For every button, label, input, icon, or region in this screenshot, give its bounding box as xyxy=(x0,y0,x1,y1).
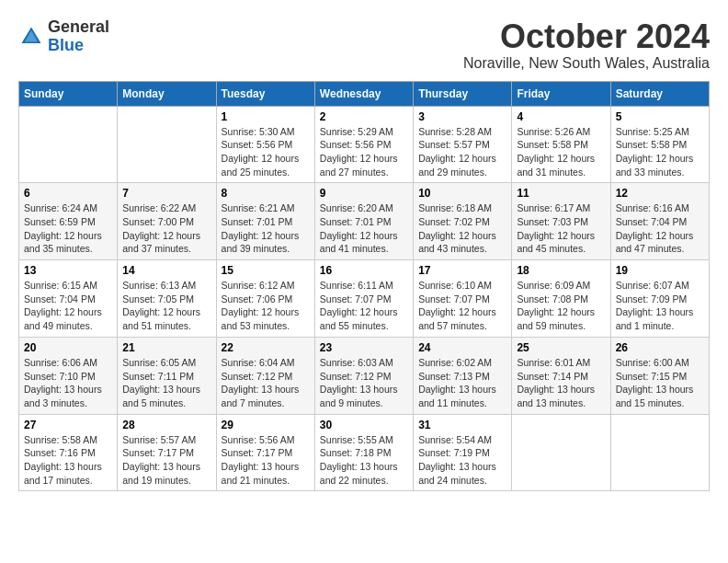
day-number: 6 xyxy=(24,187,112,200)
day-number: 22 xyxy=(222,341,310,354)
cell-content: Sunrise: 6:12 AMSunset: 7:06 PMDaylight:… xyxy=(222,279,310,333)
cell-content: Sunrise: 6:13 AMSunset: 7:05 PMDaylight:… xyxy=(122,279,210,333)
day-number: 24 xyxy=(418,341,506,354)
calendar-cell xyxy=(19,106,118,183)
cell-content: Sunrise: 5:57 AMSunset: 7:17 PMDaylight:… xyxy=(122,433,210,488)
calendar-cell: 30Sunrise: 5:55 AMSunset: 7:18 PMDayligh… xyxy=(314,414,413,491)
calendar-cell: 6Sunrise: 6:24 AMSunset: 6:59 PMDaylight… xyxy=(19,183,118,260)
day-number: 21 xyxy=(122,341,210,354)
calendar-cell xyxy=(610,414,709,491)
calendar-week-row: 6Sunrise: 6:24 AMSunset: 6:59 PMDaylight… xyxy=(19,183,710,260)
day-number: 4 xyxy=(517,110,605,123)
cell-content: Sunrise: 5:29 AMSunset: 5:56 PMDaylight:… xyxy=(320,125,408,179)
header-cell-saturday: Saturday xyxy=(610,81,709,106)
day-number: 5 xyxy=(616,110,704,123)
cell-content: Sunrise: 6:18 AMSunset: 7:02 PMDaylight:… xyxy=(418,201,506,256)
cell-content: Sunrise: 6:10 AMSunset: 7:07 PMDaylight:… xyxy=(418,279,506,333)
cell-content: Sunrise: 6:03 AMSunset: 7:12 PMDaylight:… xyxy=(320,356,408,410)
day-number: 27 xyxy=(24,419,112,431)
cell-content: Sunrise: 6:07 AMSunset: 7:09 PMDaylight:… xyxy=(616,279,704,333)
page-header: General Blue October 2024 Noraville, New… xyxy=(18,18,710,72)
day-number: 17 xyxy=(418,264,506,277)
day-number: 13 xyxy=(24,264,112,277)
cell-content: Sunrise: 5:55 AMSunset: 7:18 PMDaylight:… xyxy=(320,433,408,488)
day-number: 25 xyxy=(517,341,605,354)
title-area: October 2024 Noraville, New South Wales,… xyxy=(463,18,710,72)
header-cell-friday: Friday xyxy=(512,81,610,106)
day-number: 9 xyxy=(320,187,408,200)
header-cell-wednesday: Wednesday xyxy=(314,81,413,106)
logo-blue-text: Blue xyxy=(48,36,84,54)
calendar-cell: 4Sunrise: 5:26 AMSunset: 5:58 PMDaylight… xyxy=(512,106,610,183)
day-number: 8 xyxy=(222,187,310,200)
calendar-cell: 14Sunrise: 6:13 AMSunset: 7:05 PMDayligh… xyxy=(118,260,216,338)
day-number: 29 xyxy=(222,419,310,431)
day-number: 15 xyxy=(222,264,310,277)
calendar-cell: 10Sunrise: 6:18 AMSunset: 7:02 PMDayligh… xyxy=(414,183,512,260)
calendar-table: SundayMondayTuesdayWednesdayThursdayFrid… xyxy=(18,81,710,492)
cell-content: Sunrise: 6:06 AMSunset: 7:10 PMDaylight:… xyxy=(24,356,112,410)
day-number: 28 xyxy=(122,419,210,431)
calendar-cell: 8Sunrise: 6:21 AMSunset: 7:01 PMDaylight… xyxy=(216,183,314,260)
calendar-cell: 15Sunrise: 6:12 AMSunset: 7:06 PMDayligh… xyxy=(216,260,314,338)
logo: General Blue xyxy=(18,18,109,55)
cell-content: Sunrise: 6:02 AMSunset: 7:13 PMDaylight:… xyxy=(418,356,506,410)
calendar-cell: 20Sunrise: 6:06 AMSunset: 7:10 PMDayligh… xyxy=(19,337,118,414)
cell-content: Sunrise: 5:58 AMSunset: 7:16 PMDaylight:… xyxy=(24,433,112,488)
calendar-cell xyxy=(512,414,610,491)
cell-content: Sunrise: 5:54 AMSunset: 7:19 PMDaylight:… xyxy=(418,433,506,488)
cell-content: Sunrise: 6:00 AMSunset: 7:15 PMDaylight:… xyxy=(616,356,704,410)
calendar-cell: 12Sunrise: 6:16 AMSunset: 7:04 PMDayligh… xyxy=(610,183,709,260)
calendar-cell: 23Sunrise: 6:03 AMSunset: 7:12 PMDayligh… xyxy=(314,337,413,414)
calendar-cell: 19Sunrise: 6:07 AMSunset: 7:09 PMDayligh… xyxy=(610,260,709,338)
cell-content: Sunrise: 6:15 AMSunset: 7:04 PMDaylight:… xyxy=(24,279,112,333)
day-number: 23 xyxy=(320,341,408,354)
calendar-cell: 16Sunrise: 6:11 AMSunset: 7:07 PMDayligh… xyxy=(314,260,413,338)
cell-content: Sunrise: 5:56 AMSunset: 7:17 PMDaylight:… xyxy=(222,433,310,488)
calendar-cell: 28Sunrise: 5:57 AMSunset: 7:17 PMDayligh… xyxy=(118,414,216,491)
cell-content: Sunrise: 6:20 AMSunset: 7:01 PMDaylight:… xyxy=(320,201,408,256)
day-number: 10 xyxy=(418,187,506,200)
day-number: 20 xyxy=(24,341,112,354)
cell-content: Sunrise: 6:11 AMSunset: 7:07 PMDaylight:… xyxy=(320,279,408,333)
calendar-cell: 7Sunrise: 6:22 AMSunset: 7:00 PMDaylight… xyxy=(118,183,216,260)
cell-content: Sunrise: 5:26 AMSunset: 5:58 PMDaylight:… xyxy=(517,125,605,179)
cell-content: Sunrise: 6:24 AMSunset: 6:59 PMDaylight:… xyxy=(24,201,112,256)
calendar-cell: 5Sunrise: 5:25 AMSunset: 5:58 PMDaylight… xyxy=(610,106,709,183)
cell-content: Sunrise: 5:30 AMSunset: 5:56 PMDaylight:… xyxy=(222,125,310,179)
day-number: 26 xyxy=(616,341,704,354)
day-number: 12 xyxy=(616,187,704,200)
month-title: October 2024 xyxy=(463,18,710,55)
cell-content: Sunrise: 6:05 AMSunset: 7:11 PMDaylight:… xyxy=(122,356,210,410)
cell-content: Sunrise: 6:21 AMSunset: 7:01 PMDaylight:… xyxy=(222,201,310,256)
calendar-cell: 9Sunrise: 6:20 AMSunset: 7:01 PMDaylight… xyxy=(314,183,413,260)
day-number: 31 xyxy=(418,419,506,431)
location-title: Noraville, New South Wales, Australia xyxy=(463,55,710,72)
cell-content: Sunrise: 6:17 AMSunset: 7:03 PMDaylight:… xyxy=(517,201,605,256)
cell-content: Sunrise: 6:09 AMSunset: 7:08 PMDaylight:… xyxy=(517,279,605,333)
day-number: 18 xyxy=(517,264,605,277)
cell-content: Sunrise: 5:25 AMSunset: 5:58 PMDaylight:… xyxy=(616,125,704,179)
calendar-cell: 22Sunrise: 6:04 AMSunset: 7:12 PMDayligh… xyxy=(216,337,314,414)
calendar-cell: 18Sunrise: 6:09 AMSunset: 7:08 PMDayligh… xyxy=(512,260,610,338)
calendar-cell: 1Sunrise: 5:30 AMSunset: 5:56 PMDaylight… xyxy=(216,106,314,183)
calendar-cell: 25Sunrise: 6:01 AMSunset: 7:14 PMDayligh… xyxy=(512,337,610,414)
header-cell-tuesday: Tuesday xyxy=(216,81,314,106)
calendar-cell: 13Sunrise: 6:15 AMSunset: 7:04 PMDayligh… xyxy=(19,260,118,338)
calendar-cell xyxy=(118,106,216,183)
day-number: 1 xyxy=(222,110,310,123)
calendar-cell: 17Sunrise: 6:10 AMSunset: 7:07 PMDayligh… xyxy=(414,260,512,338)
calendar-cell: 31Sunrise: 5:54 AMSunset: 7:19 PMDayligh… xyxy=(414,414,512,491)
calendar-week-row: 13Sunrise: 6:15 AMSunset: 7:04 PMDayligh… xyxy=(19,260,710,338)
calendar-cell: 27Sunrise: 5:58 AMSunset: 7:16 PMDayligh… xyxy=(19,414,118,491)
calendar-header-row: SundayMondayTuesdayWednesdayThursdayFrid… xyxy=(19,81,710,106)
header-cell-monday: Monday xyxy=(118,81,216,106)
cell-content: Sunrise: 6:22 AMSunset: 7:00 PMDaylight:… xyxy=(122,201,210,256)
calendar-cell: 24Sunrise: 6:02 AMSunset: 7:13 PMDayligh… xyxy=(414,337,512,414)
header-cell-thursday: Thursday xyxy=(414,81,512,106)
calendar-cell: 2Sunrise: 5:29 AMSunset: 5:56 PMDaylight… xyxy=(314,106,413,183)
calendar-cell: 11Sunrise: 6:17 AMSunset: 7:03 PMDayligh… xyxy=(512,183,610,260)
calendar-week-row: 20Sunrise: 6:06 AMSunset: 7:10 PMDayligh… xyxy=(19,337,710,414)
cell-content: Sunrise: 6:16 AMSunset: 7:04 PMDaylight:… xyxy=(616,201,704,256)
logo-icon xyxy=(18,24,44,50)
